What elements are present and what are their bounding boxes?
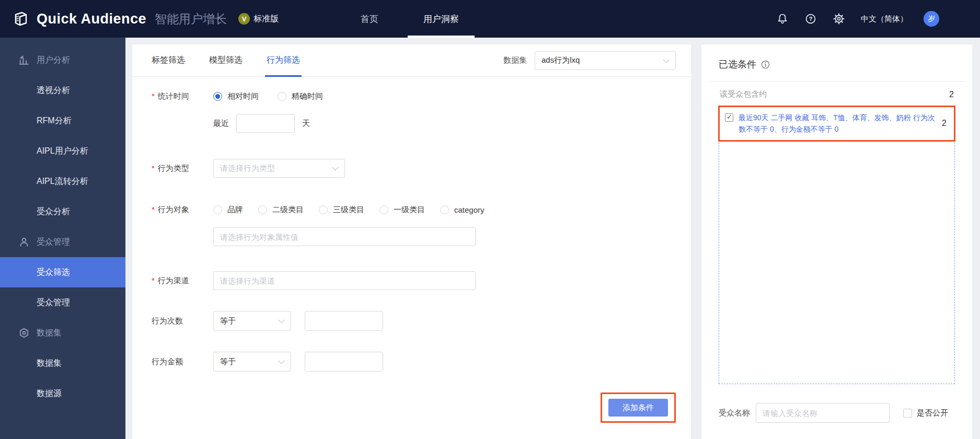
object-option-category[interactable]: category — [440, 205, 485, 214]
product-name: 智能用户增长 — [155, 11, 227, 27]
sidebar-item-aipl-flow-analysis[interactable]: AIPL流转分析 — [0, 166, 125, 197]
edition-label: 标准版 — [253, 14, 279, 25]
brand-label: 品牌 — [227, 205, 243, 215]
audience-approx-label: 该受众包含约 — [720, 89, 767, 99]
behavior-count-input[interactable] — [305, 311, 383, 331]
conditions-dropzone: 最近90天 二手网 收藏 耳饰、T恤、体育、发饰、奶粉 行为次数不等于 0、行为… — [719, 106, 955, 384]
info-circle-icon[interactable] — [761, 60, 770, 69]
sidebar-item-audience-analysis[interactable]: 受众分析 — [0, 197, 125, 227]
sidebar-item-datasource[interactable]: 数据源 — [0, 378, 125, 409]
user-icon — [19, 237, 29, 247]
selected-conditions-title: 已选条件 — [719, 58, 756, 71]
svg-text:?: ? — [809, 16, 812, 22]
sidebar-item-aipl-user-analysis[interactable]: AIPL用户分析 — [0, 136, 125, 166]
sidebar: 用户分析 透视分析 RFM分析 AIPL用户分析 AIPL流转分析 受众分析 受… — [0, 38, 125, 439]
chevron-down-icon — [332, 164, 339, 171]
filter-tabs-row: 标签筛选 模型筛选 行为筛选 数据集 ads行为lxq — [132, 44, 691, 77]
sidebar-item-audience-management[interactable]: 受众管理 — [0, 287, 125, 318]
category3-radio[interactable] — [319, 205, 328, 214]
chevron-down-icon — [278, 317, 285, 324]
behavior-type-select[interactable]: 请选择行为类型 — [213, 159, 345, 178]
behavior-filter-form: 统计时间 相对时间 精确时间 最近 天 行为类型 请选择行为类型 — [132, 77, 691, 423]
quick-audience-logo-icon — [11, 9, 30, 28]
category1-label: 一级类目 — [394, 205, 425, 215]
category-label: category — [454, 205, 485, 214]
sidebar-section-dataset[interactable]: 数据集 — [0, 318, 125, 348]
behavior-object-input[interactable] — [213, 227, 476, 246]
brand-radio[interactable] — [213, 205, 222, 214]
public-label: 是否公开 — [917, 408, 948, 418]
sidebar-section-label: 受众管理 — [37, 237, 70, 248]
audience-approx-count: 2 — [949, 90, 954, 99]
behavior-amount-operator-select[interactable]: 等于 — [213, 352, 291, 372]
sidebar-item-audience-filter[interactable]: 受众筛选 — [0, 257, 125, 287]
behavior-type-label: 行为类型 — [152, 164, 213, 174]
relative-time-option[interactable]: 相对时间 — [213, 91, 259, 101]
gear-icon[interactable] — [833, 13, 845, 25]
condition-text[interactable]: 最近90天 二手网 收藏 耳饰、T恤、体育、发饰、奶粉 行为次数不等于 0、行为… — [739, 112, 936, 135]
category1-radio[interactable] — [379, 205, 388, 214]
category-radio[interactable] — [440, 205, 449, 214]
object-option-category1[interactable]: 一级类目 — [379, 205, 425, 215]
behavior-type-placeholder: 请选择行为类型 — [220, 164, 275, 174]
tab-tag-filter[interactable]: 标签筛选 — [152, 44, 185, 76]
logo-text: Quick Audience — [37, 11, 146, 27]
object-option-brand[interactable]: 品牌 — [213, 205, 243, 215]
relative-time-radio[interactable] — [213, 92, 222, 101]
audience-name-label: 受众名称 — [719, 408, 750, 418]
behavior-amount-input[interactable] — [305, 352, 383, 372]
brand: Quick Audience 智能用户增长 V 标准版 — [11, 9, 279, 28]
top-navigation: 首页 用户洞察 — [361, 0, 459, 38]
exact-time-label: 精确时间 — [292, 91, 323, 101]
sidebar-section-label: 数据集 — [37, 328, 62, 339]
behavior-count-operator-select[interactable]: 等于 — [213, 311, 291, 331]
sidebar-item-dataset[interactable]: 数据集 — [0, 348, 125, 378]
topbar-right: ? 中文（简体） 岁 — [776, 11, 980, 27]
sidebar-section-user-analysis[interactable]: 用户分析 — [0, 45, 125, 75]
object-option-category2[interactable]: 二级类目 — [258, 205, 304, 215]
sidebar-section-label: 用户分析 — [37, 55, 70, 66]
category3-label: 三级类目 — [333, 205, 364, 215]
stat-time-label: 统计时间 — [152, 91, 213, 101]
add-condition-button[interactable]: 添加条件 — [608, 399, 668, 417]
sidebar-section-audience-management[interactable]: 受众管理 — [0, 227, 125, 257]
avatar[interactable]: 岁 — [924, 11, 939, 27]
nav-home[interactable]: 首页 — [361, 0, 378, 38]
bell-icon[interactable] — [776, 13, 789, 25]
condition-count: 2 — [942, 119, 947, 128]
dataset-select-value: ads行为lxq — [541, 55, 580, 65]
behavior-channel-label: 行为渠道 — [152, 276, 213, 286]
help-icon[interactable]: ? — [804, 13, 817, 25]
tab-behavior-filter[interactable]: 行为筛选 — [267, 44, 300, 76]
sidebar-item-perspective-analysis[interactable]: 透视分析 — [0, 75, 125, 106]
category2-label: 二级类目 — [272, 205, 304, 215]
exact-time-option[interactable]: 精确时间 — [278, 91, 323, 101]
edition-badge: V 标准版 — [238, 13, 279, 25]
audience-name-input[interactable] — [756, 403, 890, 423]
day-unit-label: 天 — [302, 119, 310, 129]
dataset-select[interactable]: ads行为lxq — [535, 51, 676, 70]
behavior-channel-input[interactable] — [213, 271, 476, 290]
dataset-group: 数据集 ads行为lxq — [503, 51, 676, 70]
condition-checkbox[interactable] — [725, 113, 733, 122]
tab-model-filter[interactable]: 模型筛选 — [209, 44, 243, 76]
behavior-amount-label: 行为金额 — [152, 357, 213, 367]
behavior-count-label: 行为次数 — [152, 316, 213, 326]
object-option-category3[interactable]: 三级类目 — [319, 205, 364, 215]
exact-time-radio[interactable] — [278, 92, 286, 101]
recent-days-input[interactable] — [236, 114, 295, 133]
recent-label: 最近 — [213, 119, 229, 129]
condition-item[interactable]: 最近90天 二手网 收藏 耳饰、T恤、体育、发饰、奶粉 行为次数不等于 0、行为… — [718, 106, 955, 142]
nav-user-insight[interactable]: 用户洞察 — [423, 0, 459, 38]
category2-radio[interactable] — [258, 205, 267, 214]
topbar: Quick Audience 智能用户增长 V 标准版 首页 用户洞察 ? — [0, 0, 980, 38]
selected-conditions-panel: 已选条件 该受众包含约 2 最近90天 二手网 收藏 耳饰、T恤、体育、发饰、奶… — [701, 44, 972, 439]
public-checkbox[interactable] — [903, 409, 912, 418]
language-selector[interactable]: 中文（简体） — [861, 14, 908, 24]
count-operator-value: 等于 — [220, 316, 236, 326]
sidebar-item-rfm-analysis[interactable]: RFM分析 — [0, 106, 125, 136]
edition-v-icon: V — [238, 13, 250, 25]
filter-panel: 标签筛选 模型筛选 行为筛选 数据集 ads行为lxq 统计时间 相对时间 精确… — [132, 44, 691, 439]
relative-time-label: 相对时间 — [227, 91, 259, 101]
behavior-object-label: 行为对象 — [152, 205, 213, 215]
